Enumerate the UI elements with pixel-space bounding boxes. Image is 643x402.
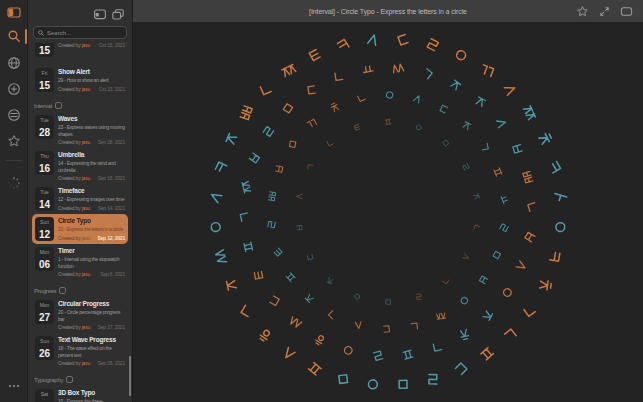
list-item[interactable]: Sun·12Circle Typo10 - Express the letter… [32,214,128,244]
ring-letter [354,294,360,300]
ring-letter [210,222,221,233]
item-meta: Created by jasuOct 15, 2021 [58,86,125,92]
ring-letter [308,165,313,170]
ring-letter [413,95,421,104]
ring-letter [497,119,507,128]
ring-letter [210,191,222,203]
ring-letter [242,181,251,193]
list-item[interactable]: Fri·15Show Alert29 - How to show an aler… [32,65,128,95]
ring-letter [550,252,560,261]
spinner-icon[interactable] [7,176,21,190]
item-subtitle: 19 - The wave effect on the percent text [58,345,125,358]
ring-letter [479,276,487,284]
date-box: Mon·27 [35,300,54,324]
list-item[interactable]: Sat·183D Box Typo15 - Express the three-… [32,386,128,402]
list-item[interactable]: Tue·14Timeface12 - Expressing images ove… [32,184,128,214]
ring-letter [289,141,296,148]
ring-letter [274,248,282,256]
date-box: Tue·28 [35,115,54,139]
frame-icon[interactable] [620,4,633,17]
ring-letter [226,133,237,144]
item-date: Sep 6, 2021 [100,271,125,277]
ring-letter [383,326,389,333]
search-placeholder: Search... [47,30,71,36]
date-box: Sun·26 [35,336,54,360]
clipped-list-item[interactable]: Fri·15single viewCreated by jasuOct 15, … [32,43,128,65]
ring-letter [501,195,508,204]
item-title: Umbrella [58,151,125,159]
item-subtitle: 29 - How to show an alert [58,77,125,84]
item-title: Circular Progress [58,300,125,308]
item-subtitle: 23 - Express waves using moving shapes [58,124,125,137]
section-badge-icon [59,287,66,294]
more-icon[interactable] [7,379,21,393]
author-link[interactable]: jasu [82,271,90,277]
ring-letter [429,375,438,384]
date-box: Sat·18 [35,389,54,402]
ring-letter [523,106,535,120]
ring-letter [374,351,383,360]
ring-letter [549,161,561,172]
ring-letter [460,296,469,305]
item-subtitle: 20 - Circle percentage progress bar [58,309,125,322]
author-link[interactable]: jasu [82,360,90,366]
search-icon [38,30,44,36]
ring-letter [215,162,226,173]
item-title: Show Alert [58,68,125,76]
ring-letter [476,97,486,107]
item-meta: Created by jasuSep 12, 2021 [58,235,125,241]
ring-letter [528,203,537,212]
list-item[interactable]: Tue·28Waves23 - Express waves using movi… [32,112,128,148]
ring-letter [463,164,470,171]
ring-letter [297,225,303,230]
list-item[interactable]: Mon·27Circular Progress20 - Circle perce… [32,297,128,333]
globe-icon[interactable] [7,56,21,70]
author-link[interactable]: jasu [82,86,90,92]
item-meta: Created by jasuSep 14, 2021 [58,205,125,211]
star-icon[interactable] [7,134,21,148]
item-date: Oct 15, 2021 [99,43,125,48]
author-link[interactable]: jasu [82,175,90,181]
sidebar-toggle-icon[interactable] [7,5,21,19]
ring-letter [523,171,533,183]
ring-letter [339,375,348,384]
circle-typo-rings [133,22,643,402]
scrollbar-thumb[interactable] [129,356,131,396]
ring-letter [483,311,493,321]
section-label: Typography [34,377,63,383]
target-icon[interactable] [7,82,21,96]
ring-letter [343,345,353,355]
item-meta: Created by jasuSep 26, 2021 [58,360,125,366]
ring-letter [463,122,471,130]
ring-letter [368,380,377,389]
item-date: Sep 28, 2021 [98,139,125,145]
ring-letter [481,143,488,150]
list-item[interactable]: Sun·26Text Wave Progress19 - The wave ef… [32,333,128,369]
ring-letter [363,66,373,73]
star-icon[interactable] [576,4,589,17]
author-link[interactable]: jasu [82,235,90,241]
panel-layout-icon[interactable] [94,6,106,17]
stack-icon[interactable] [112,6,124,17]
ring-letter [481,347,494,359]
ring-letter [433,342,441,351]
section-header: Progress [34,287,126,294]
author-link[interactable]: jasu [82,43,90,48]
ring-letter [355,322,361,329]
item-title: Text Wave Progress [58,336,125,344]
ring-letter [240,106,252,120]
author-link[interactable]: jasu [82,139,90,145]
ring-letter [516,261,527,271]
author-link[interactable]: jasu [82,205,90,211]
search-icon[interactable] [7,29,21,43]
list-item[interactable]: Fri·15single viewCreated by jasuOct 15, … [32,43,128,60]
list-item[interactable]: Mon·06Timer1 - Interval using the stopwa… [32,244,128,280]
author-link[interactable]: jasu [82,324,90,330]
ring-letter [283,347,295,360]
database-icon[interactable] [7,108,21,122]
list-item[interactable]: Thu·16Umbrella14 - Expressing the wind a… [32,148,128,184]
ring-letter [525,232,535,242]
search-input[interactable]: Search... [33,26,127,39]
fullscreen-icon[interactable] [598,4,611,17]
item-meta: Created by jasuSep 6, 2021 [58,271,125,277]
